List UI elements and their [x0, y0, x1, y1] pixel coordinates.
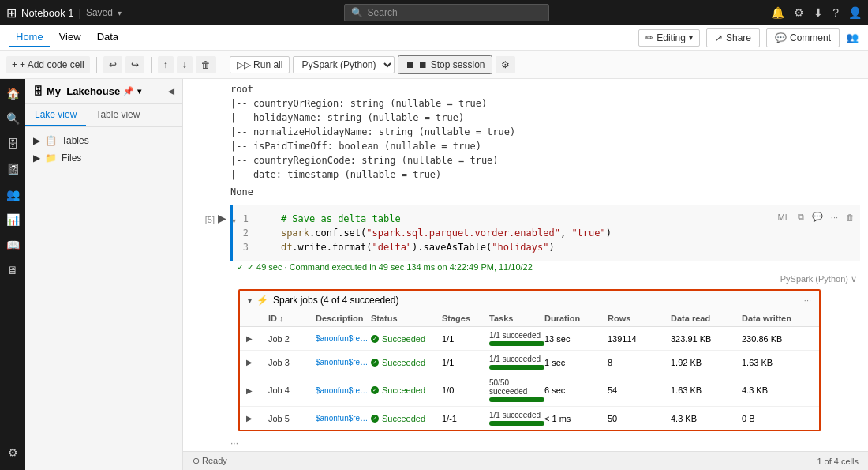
sidebar-icon-people[interactable]: 👥 — [2, 183, 24, 205]
app-grid-icon: ⊞ — [6, 6, 17, 21]
lakehouse-name-row: 🗄 My_Lakehouse 📌 ▾ — [33, 85, 141, 97]
tree-item-files[interactable]: ▶ 📁 Files — [25, 149, 182, 167]
cell-copy-button[interactable]: ⧉ — [795, 210, 806, 224]
cell-ml-button[interactable]: ML — [776, 211, 792, 224]
cell-more-button[interactable]: ··· — [829, 211, 840, 224]
row-tasks: 1/1 succeeded — [489, 331, 544, 346]
col-id[interactable]: ID ↕ — [268, 314, 316, 323]
sidebar-icon-chart[interactable]: 📊 — [2, 209, 24, 231]
sidebar-icon-data[interactable]: 🗄 — [2, 133, 24, 155]
move-down-button[interactable]: ↓ — [177, 56, 193, 73]
tab-view[interactable]: View — [53, 28, 88, 47]
comment-button[interactable]: 💬 Comment — [766, 28, 840, 47]
sidebar-icon-notebook[interactable]: 📓 — [2, 158, 24, 180]
left-panel-tree: ▶ 📋 Tables ▶ 📁 Files — [25, 127, 182, 171]
share-button[interactable]: ↗ Share — [706, 28, 760, 47]
sidebar-icon-home[interactable]: 🏠 — [2, 82, 24, 104]
add-code-cell-button[interactable]: + + Add code cell — [6, 56, 90, 73]
content-area: root |-- countryOrRegion: string (nullab… — [183, 79, 868, 470]
search-icon: 🔍 — [351, 7, 363, 18]
schema-output: root |-- countryOrRegion: string (nullab… — [183, 79, 868, 202]
notebook-scroll[interactable]: root |-- countryOrRegion: string (nullab… — [183, 79, 868, 451]
row-id: Job 3 — [268, 358, 316, 367]
schema-line: root — [230, 82, 836, 96]
tab-table-view[interactable]: Table view — [86, 104, 149, 126]
menu-right: ✏ Editing ▾ ↗ Share 💬 Comment 👥 — [638, 28, 859, 47]
lakehouse-chevron-icon[interactable]: ▾ — [137, 87, 141, 96]
row-id: Job 2 — [268, 334, 316, 344]
collapse-panel-icon[interactable]: ◀ — [168, 87, 174, 96]
undo-button[interactable]: ↩ — [103, 56, 122, 73]
row-status: ✓ Succeeded — [371, 334, 442, 344]
redo-button[interactable]: ↪ — [125, 56, 144, 73]
tab-home[interactable]: Home — [9, 28, 50, 47]
table-row[interactable]: ▶ Job 4 $anonfun$recordDeltaOperation$5 … — [240, 374, 819, 407]
row-data-written: 1.63 KB — [742, 358, 813, 367]
tab-lake-view[interactable]: Lake view — [25, 104, 86, 126]
row-expand-icon[interactable]: ▶ — [246, 386, 268, 395]
cell-body-5[interactable]: 1 2 3 # Save as delta table spark.conf.s… — [230, 205, 860, 261]
row-stages: 1/-1 — [442, 414, 489, 423]
notebook-name[interactable]: Notebook 1 — [21, 7, 74, 19]
table-row[interactable]: ▶ Job 2 $anonfun$recordDeltaOperation$5 … — [240, 327, 819, 351]
row-duration: 13 sec — [544, 334, 608, 344]
tree-item-tables[interactable]: ▶ 📋 Tables — [25, 132, 182, 149]
help-icon[interactable]: ? — [832, 6, 839, 19]
row-expand-icon[interactable]: ▶ — [246, 414, 268, 423]
sidebar-icon-book[interactable]: 📖 — [2, 234, 24, 256]
cell-status-5: ✓ ✓ 49 sec · Command executed in 49 sec … — [230, 261, 860, 274]
more-items[interactable]: ··· — [230, 434, 868, 451]
status-check-icon: ✓ — [237, 262, 244, 273]
lakehouse-name[interactable]: My_Lakehouse — [47, 85, 120, 97]
cell-run-button-5[interactable]: ▶ — [218, 212, 226, 224]
run-all-button[interactable]: ▷ ▷ Run all — [230, 56, 290, 73]
profile-icon[interactable]: 👤 — [848, 6, 862, 19]
col-description: Description — [316, 314, 371, 323]
spark-more-button[interactable]: ··· — [804, 295, 811, 305]
row-rows: 50 — [608, 414, 671, 423]
search-box[interactable]: 🔍 Search — [344, 4, 549, 21]
row-rows: 8 — [608, 358, 671, 367]
pyspark-select[interactable]: PySpark (Python) — [293, 56, 395, 73]
tab-data[interactable]: Data — [91, 28, 125, 47]
download-icon[interactable]: ⬇ — [814, 6, 823, 19]
row-description[interactable]: $anonfun$recordDeltaOperation$5 at Synap… — [316, 414, 371, 423]
files-icon: 📁 — [45, 152, 57, 164]
title-bar-left: ⊞ Notebook 1 | Saved ▾ — [6, 6, 122, 21]
main-layout: 🏠 🔍 🗄 📓 👥 📊 📖 🖥 ⚙ 🗄 My_Lakehouse 📌 ▾ ◀ L… — [0, 79, 868, 470]
row-description[interactable]: $anonfun$recordDeltaOperation$5 at Synap… — [316, 358, 371, 367]
spark-jobs-title: Spark jobs (4 of 4 succeeded) — [273, 295, 398, 306]
cell-expand-button-5[interactable]: ▾ — [232, 216, 236, 225]
delete-button[interactable]: 🗑 — [196, 56, 216, 73]
row-expand-icon[interactable]: ▶ — [246, 334, 268, 343]
settings-icon[interactable]: ⚙ — [794, 6, 804, 19]
table-row[interactable]: ▶ Job 5 $anonfun$recordDeltaOperation$5 … — [240, 407, 819, 430]
status-label: Succeeded — [382, 414, 425, 423]
row-description[interactable]: $anonfun$recordDeltaOperation$5 at Synap… — [316, 386, 371, 395]
spark-collapse-icon[interactable]: ▾ — [248, 296, 252, 305]
col-duration: Duration — [544, 314, 608, 323]
cell-5: [5] ▶ ▾ 1 2 3 # Save as delta table spar… — [183, 205, 868, 286]
stop-icon: ⏹ — [406, 59, 415, 70]
cell-delete-button[interactable]: 🗑 — [844, 211, 857, 224]
title-bar: ⊞ Notebook 1 | Saved ▾ 🔍 Search 🔔 ⚙ ⬇ ? … — [0, 0, 868, 25]
lakehouse-pin-icon[interactable]: 📌 — [123, 86, 134, 96]
cell-comment-button[interactable]: 💬 — [810, 210, 825, 224]
move-up-button[interactable]: ↑ — [158, 56, 174, 73]
row-expand-icon[interactable]: ▶ — [246, 358, 268, 367]
notification-icon[interactable]: 🔔 — [771, 6, 784, 19]
sidebar-icon-monitor[interactable]: 🖥 — [2, 259, 24, 281]
editing-button[interactable]: ✏ Editing ▾ — [638, 29, 700, 47]
session-settings-button[interactable]: ⚙ — [496, 56, 515, 73]
progress-bar-container — [489, 397, 544, 402]
status-text-5: ✓ 49 sec · Command executed in 49 sec 13… — [247, 262, 533, 273]
row-data-read: 323.91 KB — [671, 334, 742, 344]
row-description[interactable]: $anonfun$recordDeltaOperation$5 at Synap… — [316, 334, 371, 343]
sidebar-icon-search[interactable]: 🔍 — [2, 107, 24, 130]
stop-session-button[interactable]: ⏹ ⏹ Stop session — [398, 55, 492, 74]
person-icon[interactable]: 👥 — [846, 32, 859, 43]
table-row[interactable]: ▶ Job 3 $anonfun$recordDeltaOperation$5 … — [240, 351, 819, 374]
row-data-read: 1.92 KB — [671, 358, 742, 367]
row-stages: 1/0 — [442, 385, 489, 395]
sidebar-icon-settings[interactable]: ⚙ — [2, 442, 24, 464]
